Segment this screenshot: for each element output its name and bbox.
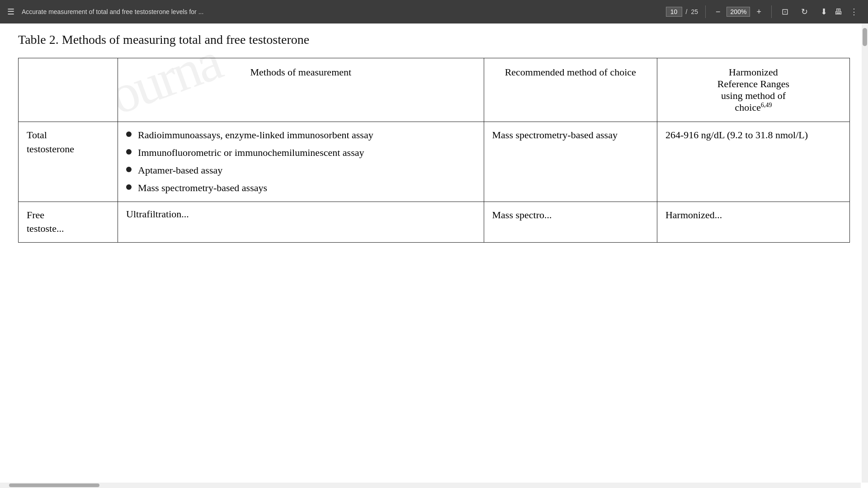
zoom-out-button[interactable]: −: [713, 5, 723, 19]
list-item: Immunofluorometric or immunochemilumines…: [126, 146, 475, 160]
download-button[interactable]: ⬇: [818, 5, 830, 19]
toolbar-right: ⬇ 🖶 ⋮: [818, 5, 861, 19]
method-text: Immunofluorometric or immunochemilumines…: [138, 146, 364, 160]
table-row: Freetestoste... Ultrafiltration... Mass …: [19, 202, 850, 243]
methods-cell-free: Ultrafiltration...: [118, 202, 484, 243]
horizontal-scrollbar-thumb[interactable]: [9, 483, 99, 487]
page-total: 25: [691, 8, 698, 15]
method-text: Radioimmunoassays, enzyme-linked immunos…: [138, 128, 373, 142]
list-item: Radioimmunoassays, enzyme-linked immunos…: [126, 128, 475, 142]
horizontal-scrollbar[interactable]: [0, 483, 861, 488]
header-harmonized-text: HarmonizedReference Rangesusing method o…: [717, 66, 789, 113]
zoom-input[interactable]: [726, 7, 750, 17]
header-methods: Methods of measurement: [118, 58, 484, 122]
method-text: Mass spectrometry-based assays: [138, 181, 267, 195]
methods-list-total: Radioimmunoassays, enzyme-linked immunos…: [126, 128, 475, 195]
harmonized-cell-total: 264-916 ng/dL (9.2 to 31.8 nmol/L): [657, 122, 849, 202]
toolbar-divider-1: [705, 5, 706, 18]
fit-page-button[interactable]: ⊡: [779, 5, 791, 19]
toolbar-divider-2: [771, 5, 772, 18]
recommended-cell-free: Mass spectro...: [484, 202, 657, 243]
header-recommended: Recommended method of choice: [484, 58, 657, 122]
more-options-button[interactable]: ⋮: [847, 5, 861, 19]
header-col1: [19, 58, 118, 122]
menu-icon[interactable]: ☰: [7, 7, 14, 17]
category-total-testosterone: Totaltestosterone: [19, 122, 118, 202]
document-title: Accurate measurement of total and free t…: [22, 8, 659, 15]
table-title: Table 2. Methods of measuring total and …: [18, 33, 850, 47]
content-area: Journa Table 2. Methods of measuring tot…: [0, 23, 868, 488]
vertical-scrollbar-thumb[interactable]: [863, 28, 867, 46]
bullet-icon: [126, 149, 132, 155]
header-harmonized: HarmonizedReference Rangesusing method o…: [657, 58, 849, 122]
bullet-icon: [126, 131, 132, 137]
header-superscript: 6,49: [761, 102, 772, 108]
list-item: Mass spectrometry-based assays: [126, 181, 475, 195]
bullet-icon: [126, 167, 132, 172]
toolbar: ☰ Accurate measurement of total and free…: [0, 0, 868, 23]
vertical-scrollbar[interactable]: [862, 23, 868, 483]
zoom-controls: − +: [713, 5, 764, 19]
table-row: Totaltestosterone Radioimmunoassays, enz…: [19, 122, 850, 202]
page-controls: / 25: [666, 7, 698, 17]
rotate-button[interactable]: ↻: [798, 5, 811, 19]
page-separator: /: [686, 8, 688, 15]
harmonized-cell-free: Harmonized...: [657, 202, 849, 243]
list-item: Aptamer-based assay: [126, 164, 475, 178]
zoom-in-button[interactable]: +: [754, 5, 764, 19]
method-text: Aptamer-based assay: [138, 164, 222, 178]
methods-cell-total: Radioimmunoassays, enzyme-linked immunos…: [118, 122, 484, 202]
recommended-cell-total: Mass spectrometry-based assay: [484, 122, 657, 202]
page-number-input[interactable]: [666, 7, 682, 17]
print-button[interactable]: 🖶: [832, 5, 845, 19]
measurement-table: Methods of measurement Recommended metho…: [18, 58, 850, 243]
bullet-icon: [126, 184, 132, 190]
category-free-testosterone: Freetestoste...: [19, 202, 118, 243]
